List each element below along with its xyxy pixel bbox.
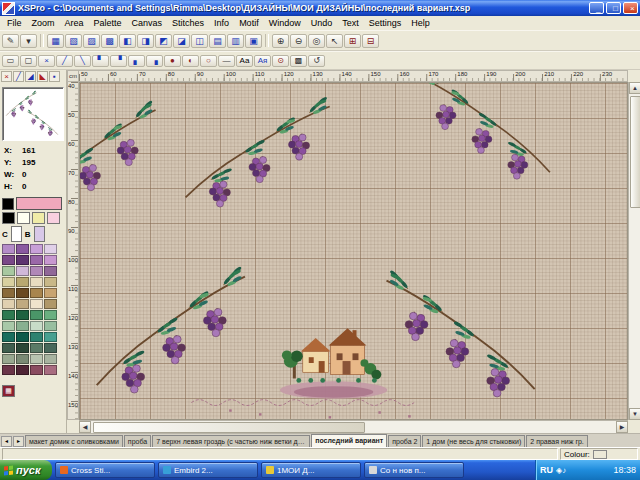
half-tone-icon[interactable]: ◐ (182, 55, 199, 67)
palette-color-37[interactable] (16, 343, 29, 353)
menu-item-help[interactable]: Help (406, 17, 435, 29)
palette-color-13[interactable] (16, 277, 29, 287)
palette-color-11[interactable] (44, 266, 57, 276)
palette-color-44[interactable] (2, 365, 15, 375)
maximize-button[interactable]: □ (606, 2, 621, 14)
palette-color-38[interactable] (30, 343, 43, 353)
stitch-style-1-icon[interactable]: ▦ (47, 34, 64, 48)
half-stitch-back-icon[interactable]: ╲ (74, 55, 91, 67)
palette-color-27[interactable] (44, 310, 57, 320)
select-arrow-icon[interactable]: ↖ (326, 34, 343, 48)
horizontal-scrollbar[interactable]: ◀ ▶ (79, 420, 628, 433)
palette-color-28[interactable] (2, 321, 15, 331)
palette-color-1[interactable] (16, 244, 29, 254)
palette-color-36[interactable] (2, 343, 15, 353)
palette-color-15[interactable] (44, 277, 57, 287)
quick-color-3[interactable] (47, 212, 60, 224)
zoom-area-icon[interactable]: ◎ (308, 34, 325, 48)
palette-color-4[interactable] (2, 255, 15, 265)
pencil-dropdown-icon[interactable]: ▾ (20, 34, 37, 48)
palette-color-3[interactable] (44, 244, 57, 254)
stitch-style-5-icon[interactable]: ◧ (119, 34, 136, 48)
quarter-tl-icon[interactable]: ▘ (92, 55, 109, 67)
pattern-tab-6[interactable]: 2 правая ниж гр. (526, 435, 587, 447)
rect-tool-icon[interactable]: ▢ (20, 55, 37, 67)
palette-color-0[interactable] (2, 244, 15, 254)
start-button[interactable]: пуск (0, 460, 52, 480)
palette-color-12[interactable] (2, 277, 15, 287)
pattern-tab-0[interactable]: макет домик с оливковками (25, 435, 123, 447)
quick-color-1[interactable] (17, 212, 30, 224)
tray-icon-1[interactable]: ♪ (562, 466, 566, 475)
menu-item-file[interactable]: File (2, 17, 27, 29)
palette-color-30[interactable] (30, 321, 43, 331)
palette-color-41[interactable] (16, 354, 29, 364)
pattern-preview[interactable] (2, 87, 64, 141)
palette-color-22[interactable] (30, 299, 43, 309)
grid-on-icon[interactable]: ⊞ (344, 34, 361, 48)
palette-color-35[interactable] (44, 332, 57, 342)
rotate-tool-icon[interactable]: ↺ (308, 55, 325, 67)
palette-color-32[interactable] (2, 332, 15, 342)
selected-color-swatch[interactable] (16, 197, 62, 210)
palette-color-20[interactable] (2, 299, 15, 309)
palette-color-31[interactable] (44, 321, 57, 331)
menu-item-motif[interactable]: Motif (234, 17, 264, 29)
palette-color-2[interactable] (30, 244, 43, 254)
palette-more-button[interactable]: ▦ (2, 385, 15, 397)
menu-item-window[interactable]: Window (264, 17, 306, 29)
zoom-out-icon[interactable]: ⊖ (290, 34, 307, 48)
fill-tool-icon[interactable]: ▩ (290, 55, 307, 67)
stitch-style-12-icon[interactable]: ▣ (245, 34, 262, 48)
vertical-scroll-thumb[interactable] (630, 96, 640, 208)
palette-color-5[interactable] (16, 255, 29, 265)
stitch-style-2-icon[interactable]: ▧ (65, 34, 82, 48)
palette-color-16[interactable] (2, 288, 15, 298)
scroll-down-button[interactable]: ▼ (629, 408, 640, 420)
tab-scroll-right-button[interactable]: ▸ (13, 436, 24, 447)
scroll-up-button[interactable]: ▲ (629, 82, 640, 94)
palette-color-29[interactable] (16, 321, 29, 331)
quick-color-2[interactable] (32, 212, 45, 224)
palette-color-6[interactable] (30, 255, 43, 265)
stitch-style-8-icon[interactable]: ◪ (173, 34, 190, 48)
language-indicator[interactable]: RU (540, 465, 553, 475)
stitch-style-7-icon[interactable]: ◩ (155, 34, 172, 48)
scroll-left-button[interactable]: ◀ (79, 421, 91, 433)
palette-color-40[interactable] (2, 354, 15, 364)
palette-color-21[interactable] (16, 299, 29, 309)
pattern-tab-4[interactable]: проба 2 (388, 435, 421, 447)
stitch-style-6-icon[interactable]: ◨ (137, 34, 154, 48)
palette-color-25[interactable] (16, 310, 29, 320)
scroll-right-button[interactable]: ▶ (616, 421, 628, 433)
menu-item-info[interactable]: Info (209, 17, 234, 29)
b-color-cell[interactable] (34, 226, 45, 242)
pattern-tab-3[interactable]: последний вариант (311, 434, 387, 447)
text-cyrillic-icon[interactable]: Aя (254, 55, 271, 67)
c-color-cell[interactable] (11, 226, 22, 242)
stitch-half-icon[interactable]: ╱ (13, 71, 24, 82)
palette-color-8[interactable] (2, 266, 15, 276)
stitch-style-11-icon[interactable]: ▥ (227, 34, 244, 48)
zoom-in-icon[interactable]: ⊕ (272, 34, 289, 48)
palette-color-34[interactable] (30, 332, 43, 342)
menu-item-zoom[interactable]: Zoom (27, 17, 60, 29)
palette-color-17[interactable] (16, 288, 29, 298)
palette-color-45[interactable] (16, 365, 29, 375)
palette-color-18[interactable] (30, 288, 43, 298)
stitch-three-quarter-icon[interactable]: ◣ (37, 71, 48, 82)
menu-item-area[interactable]: Area (60, 17, 89, 29)
task-button-2[interactable]: 1МОИ Д... (261, 462, 361, 478)
palette-color-33[interactable] (16, 332, 29, 342)
palette-color-47[interactable] (44, 365, 57, 375)
quarter-tr-icon[interactable]: ▝ (110, 55, 127, 67)
palette-color-10[interactable] (30, 266, 43, 276)
menu-item-palette[interactable]: Palette (89, 17, 127, 29)
quarter-bl-icon[interactable]: ▖ (128, 55, 145, 67)
palette-color-9[interactable] (16, 266, 29, 276)
vertical-scrollbar[interactable]: ▲ ▼ (628, 82, 640, 420)
outline-dot-icon[interactable]: ○ (200, 55, 217, 67)
taskbar-clock[interactable]: 18:38 (613, 465, 636, 475)
stitch-style-3-icon[interactable]: ▨ (83, 34, 100, 48)
stitch-full-cross-icon[interactable]: × (1, 71, 12, 82)
